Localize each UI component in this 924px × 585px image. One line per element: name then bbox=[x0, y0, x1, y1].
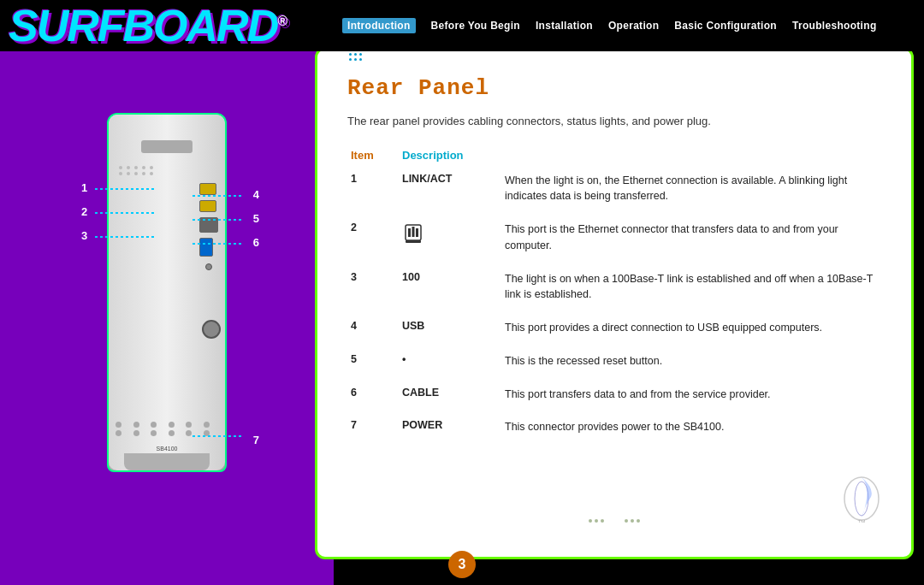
table-row: 2 This port is the Ethernet connector th… bbox=[347, 217, 881, 258]
row-spacer bbox=[347, 258, 881, 267]
nav-item-basic-config[interactable]: Basic Configuration bbox=[674, 20, 777, 32]
svg-rect-9 bbox=[412, 227, 415, 237]
row-spacer bbox=[347, 340, 881, 349]
dot-line-3 bbox=[95, 235, 155, 239]
logo-area: SURFboard® bbox=[0, 0, 334, 51]
ethernet-icon bbox=[402, 222, 424, 245]
page-title: Rear Panel bbox=[347, 75, 881, 101]
row-label-5: • bbox=[399, 349, 501, 374]
table-row: 1 LINK/ACT When the light is on, the Eth… bbox=[347, 168, 881, 210]
dot-line-6 bbox=[192, 242, 244, 245]
row-num-6: 6 bbox=[347, 382, 399, 407]
row-label-2 bbox=[399, 217, 501, 258]
label-num-1: 1 bbox=[81, 181, 87, 194]
row-num-3: 3 bbox=[347, 267, 399, 308]
page-number: 3 bbox=[448, 551, 476, 578]
row-desc-7: This connector provides power to the SB4… bbox=[501, 415, 881, 440]
registered-symbol: ® bbox=[277, 14, 286, 28]
dot-line-2 bbox=[95, 211, 155, 215]
row-label-7: POWER bbox=[399, 415, 501, 440]
row-spacer bbox=[347, 209, 881, 217]
navigation-bar: Introduction Before You Begin Installati… bbox=[334, 0, 924, 51]
table-row: 7 POWER This connector provides power to… bbox=[347, 415, 881, 440]
dot-line-5 bbox=[192, 218, 244, 222]
nav-item-operation[interactable]: Operation bbox=[608, 20, 659, 32]
row-desc-6: This port transfers data to and from the… bbox=[501, 382, 881, 407]
label-num-3: 3 bbox=[81, 229, 87, 242]
logo-word: SURFboard bbox=[9, 1, 277, 50]
port-link bbox=[199, 183, 216, 195]
row-desc-2: This port is the Ethernet connector that… bbox=[501, 217, 881, 258]
row-desc-5: This is the recessed reset button. bbox=[501, 349, 881, 374]
device-inner: SB4100 bbox=[109, 115, 225, 470]
row-label-1: LINK/ACT bbox=[399, 168, 501, 210]
row-label-4: USB bbox=[399, 316, 501, 340]
label-num-7: 7 bbox=[253, 434, 259, 446]
row-spacer bbox=[347, 307, 881, 316]
device-label: SB4100 bbox=[157, 446, 178, 452]
row-num-2: 2 bbox=[347, 217, 399, 258]
table-row: 5 • This is the recessed reset button. bbox=[347, 349, 881, 374]
svg-text:TM: TM bbox=[858, 519, 866, 523]
device-image: SB4100 1 2 3 4 5 6 7 bbox=[81, 113, 252, 506]
table-row: 6 CABLE This port transfers data to and … bbox=[347, 382, 881, 407]
nav-item-introduction[interactable]: Introduction bbox=[342, 18, 416, 33]
reset-button bbox=[205, 263, 212, 270]
label-num-4: 4 bbox=[253, 188, 259, 201]
header: SURFboard® Introduction Before You Begin… bbox=[0, 0, 924, 51]
table-header: Item Description bbox=[347, 145, 881, 168]
left-panel: SB4100 1 2 3 4 5 6 7 bbox=[0, 51, 334, 585]
col-item: Item bbox=[347, 145, 399, 168]
dot-line-1 bbox=[95, 187, 155, 191]
device-slot bbox=[141, 140, 192, 153]
deco-dots-bottom bbox=[589, 519, 640, 523]
label-num-6: 6 bbox=[253, 236, 259, 249]
dot-line-4 bbox=[192, 194, 244, 198]
nav-item-before[interactable]: Before You Begin bbox=[431, 20, 520, 32]
row-label-6: CABLE bbox=[399, 382, 501, 407]
row-num-5: 5 bbox=[347, 349, 399, 374]
device-outline: SB4100 bbox=[107, 113, 227, 472]
row-spacer bbox=[347, 374, 881, 382]
svg-point-13 bbox=[855, 482, 868, 516]
nav-item-installation[interactable]: Installation bbox=[536, 20, 593, 32]
right-panel: Rear Panel The rear panel provides cabli… bbox=[315, 47, 914, 559]
row-num-4: 4 bbox=[347, 316, 399, 340]
surfboard-logo-icon: TM bbox=[838, 476, 886, 523]
svg-point-12 bbox=[844, 477, 879, 520]
svg-rect-8 bbox=[408, 228, 411, 237]
col-description: Description bbox=[399, 145, 501, 168]
row-num-7: 7 bbox=[347, 415, 399, 440]
nav-item-troubleshooting[interactable]: Troubleshooting bbox=[792, 20, 877, 32]
port-usb bbox=[199, 238, 213, 257]
svg-rect-10 bbox=[416, 228, 418, 237]
label-num-5: 5 bbox=[253, 212, 259, 225]
row-label-3: 100 bbox=[399, 267, 501, 308]
dot-line-7 bbox=[192, 434, 244, 438]
svg-rect-11 bbox=[406, 240, 421, 243]
port-100 bbox=[199, 200, 216, 212]
row-num-1: 1 bbox=[347, 168, 399, 210]
page-intro: The rear panel provides cabling connecto… bbox=[347, 113, 881, 130]
device-stand bbox=[124, 453, 210, 470]
table-row: 4 USB This port provides a direct connec… bbox=[347, 316, 881, 340]
logo-text: SURFboard® bbox=[9, 0, 286, 51]
content-table: Item Description 1 LINK/ACT When the lig… bbox=[347, 145, 881, 440]
table-row: 3 100 The light is on when a 100Base-T l… bbox=[347, 267, 881, 308]
row-desc-1: When the light is on, the Ethernet conne… bbox=[501, 168, 881, 210]
row-spacer bbox=[347, 406, 881, 415]
device-coax bbox=[202, 320, 221, 339]
row-desc-4: This port provides a direct connection t… bbox=[501, 316, 881, 340]
label-num-2: 2 bbox=[81, 205, 87, 218]
row-desc-3: The light is on when a 100Base-T link is… bbox=[501, 267, 881, 308]
